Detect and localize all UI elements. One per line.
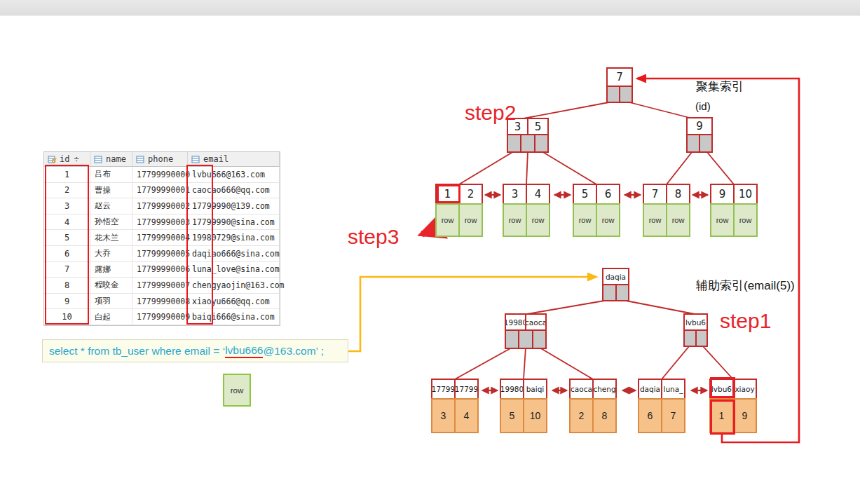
id-column-highlight (45, 165, 89, 325)
id-value-cell: 6 (638, 398, 662, 433)
node-key: caoca (525, 313, 547, 331)
leaf-key: daqia (638, 379, 662, 400)
pointer-cell (699, 134, 713, 153)
leaf-key: 17799 (431, 379, 456, 400)
clustered-leaf-node: 5 6 row row (573, 184, 620, 237)
leaf-key: 5 (573, 184, 597, 205)
cell-name[interactable]: 花木兰 (90, 230, 132, 246)
pointer-cell (606, 86, 620, 103)
cell-phone[interactable]: 17799990001 (132, 183, 188, 199)
secondary-root-node: daqia (602, 268, 629, 301)
pointer-cell (615, 284, 630, 301)
leaf-key: 6 (596, 184, 620, 205)
id-value-cell: 10 (523, 398, 547, 433)
leaf-key: cheng (592, 379, 617, 400)
clustered-key-1-highlight (437, 184, 460, 203)
pointer-cell (686, 134, 700, 153)
pointer-cell (602, 284, 617, 301)
pointer-cell (520, 134, 535, 153)
row-data-cell: row (596, 203, 620, 237)
secondary-key-lvbu6-highlight (710, 377, 735, 398)
id-value-cell: 3 (431, 398, 456, 433)
pointer-cell (505, 329, 519, 349)
leaf-key: luna_ (661, 379, 685, 400)
row-data-cell: row (526, 203, 550, 237)
secondary-leaf-node: 19980 baiqi 5 10 (500, 379, 547, 433)
cell-phone[interactable]: 17799990008 (132, 294, 188, 310)
email-column-highlight (186, 165, 213, 325)
row-data-cell: row (733, 203, 758, 237)
node-key: 19980 (505, 313, 526, 331)
cell-phone[interactable]: 17799990005 (132, 246, 188, 262)
cell-phone[interactable]: 17799990003 (132, 214, 188, 231)
step2-label: step2 (465, 101, 516, 125)
row-data-cell: row (643, 203, 667, 237)
pointer-cell (619, 86, 633, 103)
id-value-cell: 5 (500, 398, 524, 433)
step3-label: step3 (348, 225, 399, 249)
secondary-internal-left-node: 19980 caoca (505, 313, 547, 349)
pointer-cell (518, 329, 533, 349)
row-record-box: row (223, 374, 251, 407)
cell-name[interactable]: 白起 (90, 309, 132, 325)
cell-name[interactable]: 吕布 (90, 167, 132, 183)
leaf-key: 10 (733, 184, 758, 205)
cell-phone[interactable]: 17799990002 (132, 198, 188, 214)
row-data-cell: row (710, 203, 735, 237)
clustered-internal-right-node: 9 (686, 117, 713, 153)
row-data-cell: row (503, 203, 527, 237)
cell-name[interactable]: 赵云 (90, 198, 132, 214)
row-data-cell: row (666, 203, 690, 237)
cell-phone[interactable]: 17799990004 (132, 230, 188, 246)
secondary-value-1-highlight (710, 400, 735, 435)
leaf-key: caoca (569, 379, 594, 400)
column-header-phone[interactable]: phone (132, 152, 188, 167)
secondary-index-label: 辅助索引(email(5)) (696, 278, 795, 294)
node-key: daqia (602, 268, 629, 285)
column-header-name[interactable]: name (90, 152, 132, 167)
sql-text: select * from tb_user where email = ‘ (49, 345, 225, 357)
cell-name[interactable]: 露娜 (90, 262, 132, 278)
column-label: id (60, 154, 69, 164)
key-column-icon (48, 155, 57, 164)
column-icon (136, 155, 145, 164)
clustered-index-sublabel: (id) (695, 100, 711, 112)
leaf-key: 4 (526, 184, 550, 205)
row-data-cell: row (573, 203, 597, 237)
cell-phone[interactable]: 17799990009 (132, 309, 188, 325)
leaf-key: 17799 (454, 379, 479, 400)
cell-name[interactable]: 程咬金 (90, 278, 132, 294)
node-key: 9 (686, 117, 713, 135)
cell-phone[interactable]: 17799990006 (132, 262, 188, 278)
leaf-key: baiqi (523, 379, 547, 400)
column-icon (191, 155, 200, 164)
sql-statement: select * from tb_user where email = ‘lvb… (42, 339, 348, 362)
sort-icon[interactable]: ÷ (74, 154, 79, 164)
step1-label: step1 (720, 309, 771, 333)
node-key: 5 (527, 118, 549, 135)
secondary-leaf-node: daqia luna_ 6 7 (638, 379, 685, 433)
id-value-cell: 8 (592, 398, 617, 433)
leaf-key: 9 (710, 184, 735, 205)
cell-name[interactable]: 孙悟空 (90, 214, 132, 231)
clustered-leaf-node: 7 8 row row (643, 184, 690, 237)
cell-phone[interactable]: 17799990007 (132, 278, 188, 294)
column-icon (94, 155, 103, 164)
row-data-cell: row (435, 203, 460, 237)
leaf-key: 3 (503, 184, 527, 205)
id-value-cell: 7 (661, 398, 685, 433)
secondary-internal-right-node: lvbu6 (683, 313, 708, 347)
node-key: lvbu6 (683, 313, 708, 331)
column-label: email (203, 154, 228, 164)
secondary-leaf-node: 17799 17799 3 4 (431, 379, 479, 433)
cell-name[interactable]: 大乔 (90, 246, 132, 262)
clustered-leaf-node: 9 10 row row (710, 184, 758, 237)
leaf-key: xiaoy (732, 379, 757, 400)
row-data-cell: row (458, 203, 483, 237)
clustered-index-label: 聚集索引 (696, 79, 744, 95)
clustered-leaf-node: 3 4 row row (503, 184, 550, 237)
cell-phone[interactable]: 17799990000 (132, 167, 188, 183)
cell-name[interactable]: 曹操 (90, 183, 132, 199)
cell-name[interactable]: 项羽 (90, 294, 132, 310)
id-value-cell: 4 (454, 398, 479, 433)
